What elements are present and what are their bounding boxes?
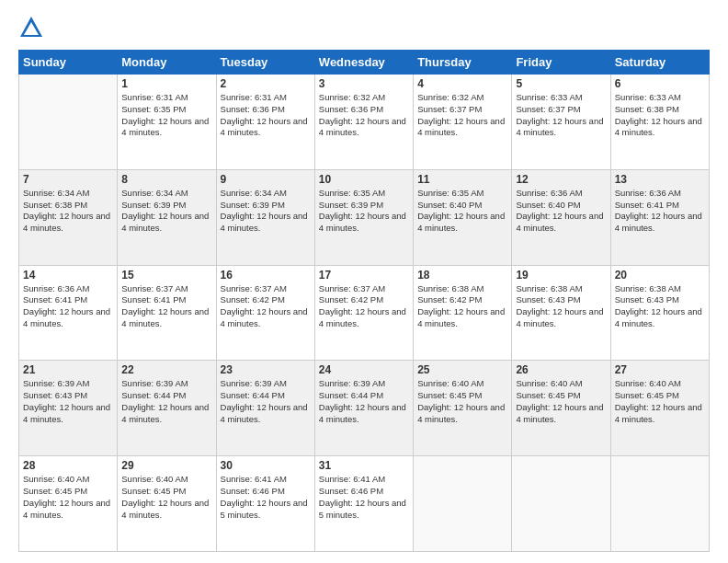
day-number: 30	[221, 459, 311, 472]
day-info: Sunrise: 6:37 AMSunset: 6:42 PMDaylight:…	[221, 283, 311, 330]
day-info: Sunrise: 6:39 AMSunset: 6:44 PMDaylight:…	[319, 378, 409, 425]
day-info: Sunrise: 6:33 AMSunset: 6:37 PMDaylight:…	[516, 92, 606, 139]
calendar-cell	[610, 456, 709, 552]
calendar-cell: 23Sunrise: 6:39 AMSunset: 6:44 PMDayligh…	[216, 361, 314, 456]
day-number: 25	[417, 363, 507, 376]
day-info: Sunrise: 6:34 AMSunset: 6:38 PMDaylight:…	[23, 188, 113, 235]
weekday-header-thursday: Thursday	[414, 51, 512, 75]
calendar-cell: 12Sunrise: 6:36 AMSunset: 6:40 PMDayligh…	[512, 169, 610, 265]
weekday-header-saturday: Saturday	[610, 51, 709, 75]
day-info: Sunrise: 6:31 AMSunset: 6:35 PMDaylight:…	[121, 92, 211, 139]
day-number: 8	[121, 173, 211, 186]
calendar-cell: 2Sunrise: 6:31 AMSunset: 6:36 PMDaylight…	[216, 75, 314, 170]
logo-icon	[18, 15, 44, 40]
calendar-cell: 22Sunrise: 6:39 AMSunset: 6:44 PMDayligh…	[118, 361, 216, 456]
day-number: 18	[417, 269, 507, 282]
calendar-cell: 17Sunrise: 6:37 AMSunset: 6:42 PMDayligh…	[314, 265, 413, 361]
day-info: Sunrise: 6:35 AMSunset: 6:40 PMDaylight:…	[417, 188, 507, 235]
day-info: Sunrise: 6:41 AMSunset: 6:46 PMDaylight:…	[319, 474, 409, 521]
day-info: Sunrise: 6:37 AMSunset: 6:41 PMDaylight:…	[121, 283, 211, 330]
day-info: Sunrise: 6:39 AMSunset: 6:44 PMDaylight:…	[121, 378, 211, 425]
calendar-cell: 6Sunrise: 6:33 AMSunset: 6:38 PMDaylight…	[610, 75, 709, 170]
calendar-cell: 9Sunrise: 6:34 AMSunset: 6:39 PMDaylight…	[216, 169, 314, 265]
day-info: Sunrise: 6:38 AMSunset: 6:42 PMDaylight:…	[417, 283, 507, 330]
day-number: 14	[23, 269, 113, 282]
day-number: 26	[516, 363, 606, 376]
day-number: 23	[221, 363, 311, 376]
calendar-cell: 19Sunrise: 6:38 AMSunset: 6:43 PMDayligh…	[512, 265, 610, 361]
week-row-4: 28Sunrise: 6:40 AMSunset: 6:45 PMDayligh…	[19, 456, 710, 552]
calendar-cell: 1Sunrise: 6:31 AMSunset: 6:35 PMDaylight…	[118, 75, 216, 170]
day-info: Sunrise: 6:38 AMSunset: 6:43 PMDaylight:…	[615, 283, 705, 330]
calendar-cell: 11Sunrise: 6:35 AMSunset: 6:40 PMDayligh…	[414, 169, 512, 265]
week-row-2: 14Sunrise: 6:36 AMSunset: 6:41 PMDayligh…	[19, 265, 710, 361]
day-number: 13	[615, 173, 705, 186]
day-number: 27	[615, 363, 705, 376]
day-info: Sunrise: 6:37 AMSunset: 6:42 PMDaylight:…	[319, 283, 409, 330]
day-number: 22	[121, 363, 211, 376]
calendar-cell: 28Sunrise: 6:40 AMSunset: 6:45 PMDayligh…	[19, 456, 118, 552]
weekday-header-sunday: Sunday	[19, 51, 118, 75]
day-number: 29	[121, 459, 211, 472]
day-info: Sunrise: 6:38 AMSunset: 6:43 PMDaylight:…	[516, 283, 606, 330]
page: SundayMondayTuesdayWednesdayThursdayFrid…	[0, 0, 728, 563]
week-row-0: 1Sunrise: 6:31 AMSunset: 6:35 PMDaylight…	[19, 75, 710, 170]
day-info: Sunrise: 6:40 AMSunset: 6:45 PMDaylight:…	[516, 378, 606, 425]
day-info: Sunrise: 6:40 AMSunset: 6:45 PMDaylight:…	[23, 474, 113, 521]
calendar-cell: 8Sunrise: 6:34 AMSunset: 6:39 PMDaylight…	[118, 169, 216, 265]
calendar-cell: 26Sunrise: 6:40 AMSunset: 6:45 PMDayligh…	[512, 361, 610, 456]
day-info: Sunrise: 6:40 AMSunset: 6:45 PMDaylight:…	[121, 474, 211, 521]
day-info: Sunrise: 6:34 AMSunset: 6:39 PMDaylight:…	[121, 188, 211, 235]
calendar-cell: 14Sunrise: 6:36 AMSunset: 6:41 PMDayligh…	[19, 265, 118, 361]
calendar-cell	[512, 456, 610, 552]
day-number: 21	[23, 363, 113, 376]
day-info: Sunrise: 6:39 AMSunset: 6:43 PMDaylight:…	[23, 378, 113, 425]
day-info: Sunrise: 6:35 AMSunset: 6:39 PMDaylight:…	[319, 188, 409, 235]
calendar-cell: 7Sunrise: 6:34 AMSunset: 6:38 PMDaylight…	[19, 169, 118, 265]
calendar-cell: 18Sunrise: 6:38 AMSunset: 6:42 PMDayligh…	[414, 265, 512, 361]
weekday-header-tuesday: Tuesday	[216, 51, 314, 75]
calendar-cell: 5Sunrise: 6:33 AMSunset: 6:37 PMDaylight…	[512, 75, 610, 170]
day-info: Sunrise: 6:31 AMSunset: 6:36 PMDaylight:…	[221, 92, 311, 139]
calendar-cell: 27Sunrise: 6:40 AMSunset: 6:45 PMDayligh…	[610, 361, 709, 456]
day-number: 4	[417, 77, 507, 90]
calendar-cell	[19, 75, 118, 170]
header	[18, 15, 710, 40]
day-number: 2	[221, 77, 311, 90]
day-info: Sunrise: 6:34 AMSunset: 6:39 PMDaylight:…	[221, 188, 311, 235]
calendar-cell: 3Sunrise: 6:32 AMSunset: 6:36 PMDaylight…	[314, 75, 413, 170]
day-number: 5	[516, 77, 606, 90]
day-number: 24	[319, 363, 409, 376]
day-number: 20	[615, 269, 705, 282]
calendar-cell: 25Sunrise: 6:40 AMSunset: 6:45 PMDayligh…	[414, 361, 512, 456]
weekday-header-friday: Friday	[512, 51, 610, 75]
calendar-table: SundayMondayTuesdayWednesdayThursdayFrid…	[18, 50, 710, 552]
day-number: 16	[221, 269, 311, 282]
day-number: 1	[121, 77, 211, 90]
calendar-cell	[414, 456, 512, 552]
weekday-header-wednesday: Wednesday	[314, 51, 413, 75]
day-number: 3	[319, 77, 409, 90]
calendar-cell: 13Sunrise: 6:36 AMSunset: 6:41 PMDayligh…	[610, 169, 709, 265]
calendar-cell: 16Sunrise: 6:37 AMSunset: 6:42 PMDayligh…	[216, 265, 314, 361]
day-info: Sunrise: 6:36 AMSunset: 6:41 PMDaylight:…	[23, 283, 113, 330]
day-info: Sunrise: 6:36 AMSunset: 6:40 PMDaylight:…	[516, 188, 606, 235]
calendar-cell: 15Sunrise: 6:37 AMSunset: 6:41 PMDayligh…	[118, 265, 216, 361]
calendar-cell: 10Sunrise: 6:35 AMSunset: 6:39 PMDayligh…	[314, 169, 413, 265]
day-number: 11	[417, 173, 507, 186]
day-info: Sunrise: 6:36 AMSunset: 6:41 PMDaylight:…	[615, 188, 705, 235]
calendar-cell: 4Sunrise: 6:32 AMSunset: 6:37 PMDaylight…	[414, 75, 512, 170]
day-number: 19	[516, 269, 606, 282]
calendar-cell: 21Sunrise: 6:39 AMSunset: 6:43 PMDayligh…	[19, 361, 118, 456]
day-number: 6	[615, 77, 705, 90]
day-info: Sunrise: 6:39 AMSunset: 6:44 PMDaylight:…	[221, 378, 311, 425]
calendar-cell: 20Sunrise: 6:38 AMSunset: 6:43 PMDayligh…	[610, 265, 709, 361]
calendar-cell: 29Sunrise: 6:40 AMSunset: 6:45 PMDayligh…	[118, 456, 216, 552]
logo	[18, 15, 48, 40]
day-info: Sunrise: 6:32 AMSunset: 6:36 PMDaylight:…	[319, 92, 409, 139]
day-number: 12	[516, 173, 606, 186]
header-row: SundayMondayTuesdayWednesdayThursdayFrid…	[19, 51, 710, 75]
calendar-cell: 31Sunrise: 6:41 AMSunset: 6:46 PMDayligh…	[314, 456, 413, 552]
weekday-header-monday: Monday	[118, 51, 216, 75]
calendar-cell: 24Sunrise: 6:39 AMSunset: 6:44 PMDayligh…	[314, 361, 413, 456]
